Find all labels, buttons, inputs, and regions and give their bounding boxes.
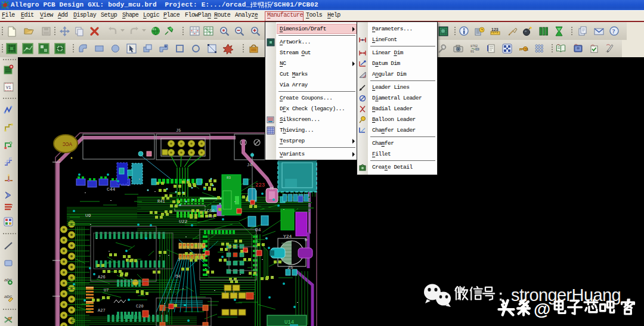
- svg-text:C5: C5: [270, 187, 274, 191]
- svg-text:U9: U9: [85, 213, 91, 218]
- svg-text:U20: U20: [208, 215, 215, 219]
- svg-text:C50: C50: [207, 209, 215, 213]
- svg-text:A27: A27: [98, 308, 106, 313]
- svg-text:R41: R41: [157, 199, 165, 204]
- svg-text:Y24: Y24: [283, 234, 292, 239]
- svg-text:U22: U22: [179, 219, 188, 224]
- svg-text:A26: A26: [98, 275, 106, 280]
- svg-text:V1: V1: [6, 85, 11, 90]
- svg-text:+: +: [304, 237, 308, 244]
- svg-text:223: 223: [255, 182, 265, 188]
- svg-text:J: J: [178, 258, 180, 262]
- svg-text:123: 123: [491, 27, 499, 32]
- svg-text:D4: D4: [255, 227, 261, 232]
- svg-text:U7: U7: [104, 288, 109, 293]
- svg-text:?: ?: [612, 28, 615, 35]
- svg-text:@: @: [534, 300, 550, 319]
- svg-text:J4: J4: [247, 163, 252, 167]
- svg-text:8762: 8762: [470, 45, 478, 48]
- svg-text:J5: J5: [176, 128, 181, 133]
- svg-text:C44: C44: [107, 187, 116, 192]
- svg-text:01: 01: [470, 50, 474, 54]
- svg-text:TS: TS: [524, 48, 528, 51]
- svg-text:R3: R3: [227, 176, 231, 180]
- svg-text:ACC: ACC: [62, 142, 72, 148]
- svg-text:C20: C20: [136, 304, 144, 309]
